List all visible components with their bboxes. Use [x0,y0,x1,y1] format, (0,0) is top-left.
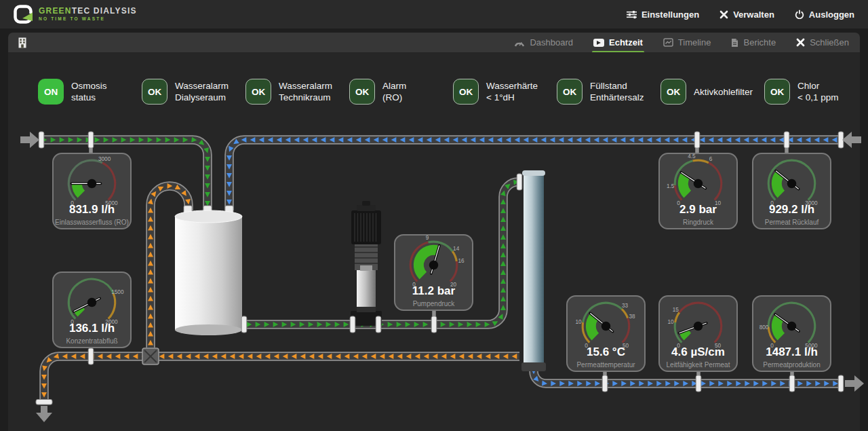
status-indicator: OKWasseralarm Dialyseraum [142,79,245,105]
status-indicator: OKAktivkohlefilter [660,79,764,105]
status-label: Alarm (RO) [382,80,406,103]
gauge-permeatproduktion: 080050001487.1 l/hPermeatproduktion [752,295,831,372]
status-indicator: OKFüllstand Enthärtersalz [557,79,660,105]
gauge-dial: 030005000 [54,154,130,228]
gauge-einlasswasserfluss: 030005000831.9 l/hEinlasswasserfluss (RO… [52,153,132,229]
gauge-label: Permeatproduktion [753,361,830,369]
gauge-dial: 01.54.5610 [660,154,736,228]
svg-text:15: 15 [673,307,679,313]
gauge-label: Pumpendruck [395,300,472,307]
status-badge: ON [38,79,64,105]
status-badge: OK [245,79,271,105]
status-indicator-row: ONOsmosis statusOKWasseralarm Dialyserau… [38,79,868,105]
gauge-value: 11.2 bar [395,284,472,298]
gauge-value: 136.1 l/h [54,322,130,335]
svg-text:16: 16 [458,258,465,264]
gauge-value: 2.9 bar [660,203,736,217]
status-label: Wasseralarm Dialyseraum [175,80,229,103]
gauge-permeattemperatur: 01033385015.6 °CPermeattemperatur [566,295,646,372]
gauge-value: 15.6 °C [568,345,644,359]
svg-text:9: 9 [426,236,429,241]
gauge-dial: 015002000 [54,273,130,347]
gauge-dial: 010333850 [568,297,644,371]
svg-text:10: 10 [667,319,674,325]
gauge-leitfaehigkeit-permeat: 01015504.6 µS/cmLeitfähigkeit Permeat [658,295,738,372]
gauge-value: 4.6 µS/cm [660,345,736,359]
scada-app: { "header": { "brand": { "text_primary":… [0,0,868,431]
status-indicator: ONOsmosis status [38,79,142,105]
gauge-value: 1487.1 l/h [753,345,830,359]
gauge-label: Permeat Rücklauf [753,219,830,226]
status-badge: OK [349,79,375,105]
status-indicator: OKAlarm (RO) [349,79,453,105]
svg-text:33: 33 [622,303,629,309]
status-label: Chlor < 0,1 ppm [797,80,838,103]
status-badge: OK [764,79,790,105]
svg-text:800: 800 [760,324,769,331]
gauge-dial: 08005000 [753,297,830,371]
gauge-dial: 0101550 [660,297,736,371]
gauge-konzentratabfluss: 015002000136.1 l/hKonzentratabfluß [52,271,132,348]
svg-text:6: 6 [709,156,713,162]
status-indicator: OKChlor < 0,1 ppm [764,79,868,105]
gauge-dial: 09141620 [395,236,472,310]
status-label: Füllstand Enthärtersalz [590,80,644,103]
status-badge: OK [660,79,686,105]
gauge-label: Konzentratabfluß [54,337,130,345]
svg-text:38: 38 [629,314,636,320]
gauge-label: Einlasswasserfluss (RO) [54,219,130,226]
gauge-dial: 03000 [753,154,830,228]
status-label: Osmosis status [71,80,107,103]
status-indicator: OKWasseralarm Technikraum [245,79,349,105]
gauge-pumpendruck: 0914162011.2 barPumpendruck [394,234,473,311]
gauge-label: Leitfähigkeit Permeat [660,361,736,369]
svg-text:14: 14 [453,246,460,252]
gauge-label: Permeattemperatur [568,361,644,369]
gauge-label: Ringdruck [660,219,736,226]
gauge-permeat-ruecklauf: 03000929.2 l/hPermeat Rücklauf [752,153,831,229]
status-badge: OK [453,79,479,105]
svg-text:3000: 3000 [98,156,111,162]
gauge-value: 831.9 l/h [54,203,130,217]
status-label: Wasseralarm Technikraum [279,80,332,103]
status-indicator: OKWasserhärte < 1°dH [453,79,557,105]
status-badge: OK [557,79,583,105]
svg-text:1.5: 1.5 [667,183,675,189]
svg-text:10: 10 [575,319,582,325]
status-label: Wasserhärte < 1°dH [486,80,538,103]
svg-text:4.5: 4.5 [688,154,696,160]
gauge-value: 929.2 l/h [753,203,830,217]
status-badge: OK [142,79,167,105]
status-label: Aktivkohlefilter [694,86,753,98]
svg-text:1500: 1500 [111,289,124,295]
gauge-ringdruck: 01.54.56102.9 barRingdruck [658,153,738,229]
